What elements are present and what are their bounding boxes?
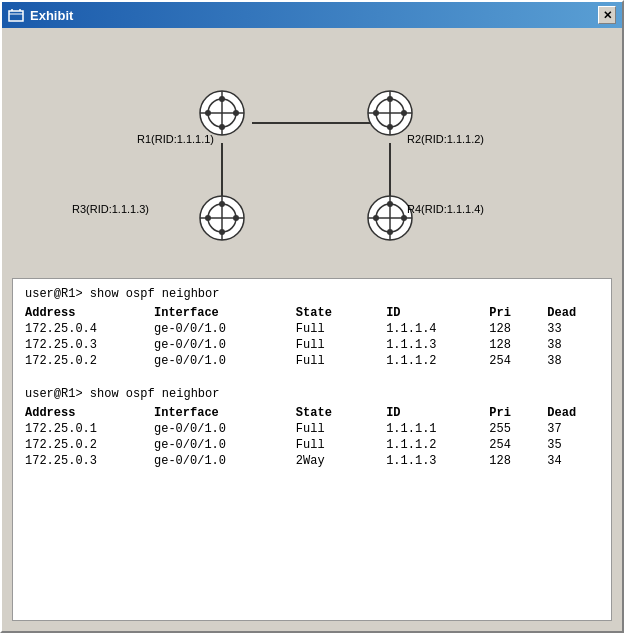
content-area: R1(RID:1.1.1.1) R2(RID:1.1.1.2)	[2, 28, 622, 631]
close-button[interactable]: ✕	[598, 6, 616, 24]
ospf-section-1: user@R1> show ospf neighbor Address Inte…	[25, 287, 599, 369]
ospf-table-2: Address Interface State ID Pri Dead 172.…	[25, 405, 599, 469]
header-dead-2: Dead	[547, 405, 599, 421]
table-row: 172.25.0.1 ge-0/0/1.0 Full 1.1.1.1 255 3…	[25, 421, 599, 437]
command-1: user@R1> show ospf neighbor	[25, 287, 599, 301]
svg-point-38	[387, 229, 393, 235]
svg-point-27	[205, 215, 211, 221]
exhibit-window: Exhibit ✕	[0, 0, 624, 633]
svg-point-19	[373, 110, 379, 116]
r2-label: R2(RID:1.1.1.2)	[407, 133, 484, 145]
table-row: 172.25.0.4 ge-0/0/1.0 Full 1.1.1.4 128 3…	[25, 321, 599, 337]
header-state-1: State	[296, 305, 386, 321]
ospf-output-container: user@R1> show ospf neighbor Address Inte…	[12, 278, 612, 621]
svg-point-21	[387, 96, 393, 102]
svg-point-20	[401, 110, 407, 116]
title-bar: Exhibit ✕	[2, 2, 622, 28]
title-bar-left: Exhibit	[8, 7, 73, 23]
header-interface-2: Interface	[154, 405, 296, 421]
header-interface-1: Interface	[154, 305, 296, 321]
ospf-table-1: Address Interface State ID Pri Dead 172.…	[25, 305, 599, 369]
header-id-1: ID	[386, 305, 489, 321]
svg-point-12	[233, 110, 239, 116]
r4-label: R4(RID:1.1.1.4)	[407, 203, 484, 215]
svg-point-13	[219, 96, 225, 102]
table-row: 172.25.0.3 ge-0/0/1.0 2Way 1.1.1.3 128 3…	[25, 453, 599, 469]
command-2: user@R1> show ospf neighbor	[25, 387, 599, 401]
svg-point-22	[387, 124, 393, 130]
header-address-2: Address	[25, 405, 154, 421]
header-id-2: ID	[386, 405, 489, 421]
svg-rect-0	[9, 11, 23, 21]
app-icon	[8, 7, 24, 23]
svg-point-30	[219, 229, 225, 235]
window-title: Exhibit	[30, 8, 73, 23]
table-row: 172.25.0.2 ge-0/0/1.0 Full 1.1.1.2 254 3…	[25, 353, 599, 369]
svg-point-29	[219, 201, 225, 207]
header-pri-1: Pri	[489, 305, 547, 321]
svg-point-28	[233, 215, 239, 221]
header-address-1: Address	[25, 305, 154, 321]
header-pri-2: Pri	[489, 405, 547, 421]
svg-point-36	[401, 215, 407, 221]
r1-label: R1(RID:1.1.1.1)	[137, 133, 214, 145]
table-row: 172.25.0.2 ge-0/0/1.0 Full 1.1.1.2 254 3…	[25, 437, 599, 453]
svg-point-37	[387, 201, 393, 207]
svg-point-14	[219, 124, 225, 130]
svg-point-11	[205, 110, 211, 116]
r3-label: R3(RID:1.1.1.3)	[72, 203, 149, 215]
ospf-section-2: user@R1> show ospf neighbor Address Inte…	[25, 387, 599, 469]
svg-point-35	[373, 215, 379, 221]
network-diagram: R1(RID:1.1.1.1) R2(RID:1.1.1.2)	[12, 38, 612, 268]
table-row: 172.25.0.3 ge-0/0/1.0 Full 1.1.1.3 128 3…	[25, 337, 599, 353]
header-dead-1: Dead	[547, 305, 599, 321]
header-state-2: State	[296, 405, 386, 421]
